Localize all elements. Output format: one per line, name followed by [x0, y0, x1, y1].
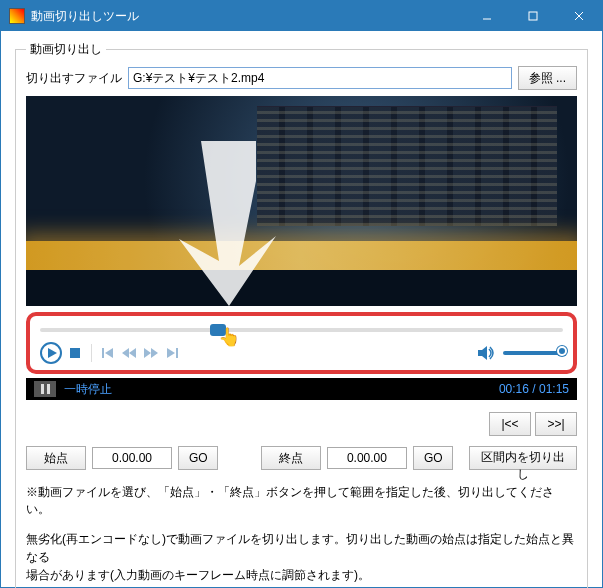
- svg-rect-1: [529, 12, 537, 20]
- skip-end-button[interactable]: [165, 346, 179, 360]
- skip-start-button[interactable]: [101, 346, 115, 360]
- seek-thumb[interactable]: [210, 324, 226, 336]
- svg-marker-9: [105, 348, 113, 358]
- close-window-button[interactable]: [556, 1, 602, 31]
- group-legend: 動画切り出し: [26, 41, 106, 58]
- browse-button[interactable]: 参照 ...: [518, 66, 577, 90]
- status-text: 一時停止: [64, 381, 499, 398]
- end-go-button[interactable]: GO: [413, 446, 453, 470]
- start-point-button[interactable]: 始点: [26, 446, 86, 470]
- svg-marker-4: [179, 141, 276, 306]
- volume-icon[interactable]: [477, 345, 495, 361]
- start-time-input[interactable]: [92, 447, 172, 469]
- cutout-group: 動画切り出し 切り出すファイル 参照 ... 👆: [15, 41, 588, 588]
- app-window: 動画切り出しツール 動画切り出し 切り出すファイル 参照 ...: [0, 0, 603, 588]
- status-bar: 一時停止 00:16 / 01:15: [26, 378, 577, 400]
- forward-button[interactable]: [143, 346, 159, 360]
- instruction-note: ※動画ファイルを選び、「始点」・「終点」ボタンを押して範囲を指定した後、切り出し…: [26, 484, 577, 518]
- end-point-button[interactable]: 終点: [261, 446, 321, 470]
- window-title: 動画切り出しツール: [31, 8, 464, 25]
- volume-thumb[interactable]: [557, 346, 567, 356]
- seek-bar[interactable]: 👆: [40, 324, 563, 336]
- play-button[interactable]: [40, 342, 62, 364]
- maximize-button[interactable]: [510, 1, 556, 31]
- svg-marker-12: [144, 348, 151, 358]
- volume-slider[interactable]: [503, 351, 563, 355]
- titlebar: 動画切り出しツール: [1, 1, 602, 31]
- stop-button[interactable]: [68, 346, 82, 360]
- description-text: 無劣化(再エンコードなし)で動画ファイルを切り出します。切り出した動画の始点は指…: [26, 530, 577, 584]
- minimize-button[interactable]: [464, 1, 510, 31]
- svg-marker-11: [129, 348, 136, 358]
- player-controls-panel: 👆: [26, 312, 577, 374]
- app-icon: [9, 8, 25, 24]
- file-path-input[interactable]: [128, 67, 512, 89]
- nav-prev-button[interactable]: |<<: [489, 412, 531, 436]
- start-go-button[interactable]: GO: [178, 446, 218, 470]
- svg-marker-10: [122, 348, 129, 358]
- svg-marker-13: [151, 348, 158, 358]
- crop-button[interactable]: 区間内を切り出し: [469, 446, 577, 470]
- nav-next-button[interactable]: >>|: [535, 412, 577, 436]
- video-preview: [26, 96, 577, 306]
- svg-rect-7: [70, 348, 80, 358]
- rewind-button[interactable]: [121, 346, 137, 360]
- time-display: 00:16 / 01:15: [499, 382, 569, 396]
- pause-icon: [34, 381, 56, 397]
- svg-marker-6: [48, 348, 57, 358]
- file-label: 切り出すファイル: [26, 70, 122, 87]
- svg-marker-16: [478, 346, 487, 360]
- end-time-input[interactable]: [327, 447, 407, 469]
- arrow-overlay: [161, 141, 281, 306]
- svg-rect-8: [102, 348, 104, 358]
- svg-rect-15: [176, 348, 178, 358]
- svg-marker-14: [167, 348, 175, 358]
